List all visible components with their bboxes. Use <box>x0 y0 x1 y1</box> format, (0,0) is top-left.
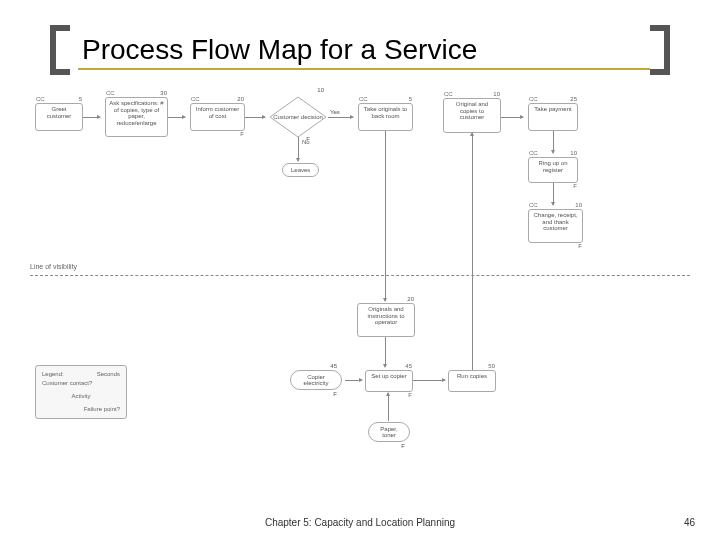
footer-chapter: Chapter 5: Capacity and Location Plannin… <box>0 517 720 528</box>
cc-label: CC <box>529 96 538 103</box>
node-text: Change, receipt, and thank customer <box>533 212 577 231</box>
node-greet-customer: CC 5 Greet customer <box>35 103 83 131</box>
arrow-icon <box>553 183 554 205</box>
bracket-right-icon <box>650 25 670 75</box>
node-ring-up-register: CC 10 Ring up on register F <box>528 157 578 183</box>
node-run-copies: 50 Run copies <box>448 370 496 392</box>
node-take-payment: CC 25 Take payment <box>528 103 578 131</box>
arrow-icon <box>413 380 445 381</box>
legend-seconds: Seconds <box>97 370 120 379</box>
seconds-label: 5 <box>79 96 82 103</box>
seconds-label: 10 <box>317 87 324 93</box>
node-text: Take originals to back room <box>364 106 407 119</box>
no-label: No <box>302 139 310 145</box>
node-change-receipt-thank: CC 10 Change, receipt, and thank custome… <box>528 209 583 243</box>
node-originals-to-operator: 20 Originals and instructions to operato… <box>357 303 415 337</box>
seconds-label: 45 <box>405 363 412 370</box>
bracket-left-icon <box>50 25 70 75</box>
node-text: Ring up on register <box>538 160 567 173</box>
legend-cc: Customer contact? <box>42 379 120 388</box>
line-of-visibility <box>30 275 690 276</box>
page-title: Process Flow Map for a Service <box>70 34 477 66</box>
leaves-terminator: Leaves <box>282 163 319 177</box>
arrow-icon <box>83 117 100 118</box>
node-text: Copier electricity <box>303 374 328 386</box>
failure-label: F <box>578 243 582 250</box>
seconds-label: 5 <box>409 96 412 103</box>
arrow-icon <box>345 380 362 381</box>
node-text: Take payment <box>534 106 571 112</box>
node-text: Inform customer of cost <box>196 106 239 119</box>
node-text: Originals and instructions to operator <box>367 306 404 325</box>
legend-activity: Activity <box>42 392 120 401</box>
seconds-label: 10 <box>493 91 500 98</box>
arrow-icon <box>245 117 265 118</box>
node-original-copies-to-customer: CC 10 Original and copies to customer <box>443 98 501 133</box>
failure-label: F <box>240 131 244 138</box>
node-text: Paper, toner <box>380 426 397 438</box>
node-copier-electricity: 45 Copier electricity F <box>290 370 342 390</box>
node-text: Run copies <box>457 373 487 379</box>
yes-label: Yes <box>330 109 340 115</box>
node-setup-copier: 45 Set up copier F <box>365 370 413 392</box>
arrow-icon <box>298 137 299 161</box>
arrow-icon <box>385 131 386 301</box>
page-number: 46 <box>684 517 695 528</box>
line-of-visibility-label: Line of visibility <box>30 263 77 270</box>
legend-title: Legend: <box>42 370 64 379</box>
failure-label: F <box>573 183 577 190</box>
cc-label: CC <box>106 90 115 97</box>
node-text: Customer decision <box>268 114 328 120</box>
seconds-label: 30 <box>160 90 167 97</box>
node-text: Greet customer <box>47 106 72 119</box>
arrow-icon <box>553 131 554 153</box>
node-text: Set up copier <box>371 373 406 379</box>
node-text: Leaves <box>291 167 310 173</box>
seconds-label: 20 <box>237 96 244 103</box>
arrow-icon <box>501 117 523 118</box>
seconds-label: 10 <box>570 150 577 157</box>
seconds-label: 10 <box>575 202 582 209</box>
seconds-label: 25 <box>570 96 577 103</box>
arrow-icon <box>328 117 353 118</box>
node-paper-toner: Paper, toner F <box>368 422 410 442</box>
arrow-icon <box>388 393 389 421</box>
legend-failure: Failure point? <box>42 405 120 414</box>
seconds-label: 20 <box>407 296 414 303</box>
node-text: Ask specifications: # of copies, type of… <box>109 100 163 126</box>
node-ask-specifications: CC 30 Ask specifications: # of copies, t… <box>105 97 168 137</box>
cc-label: CC <box>444 91 453 98</box>
node-text: Original and copies to customer <box>456 101 488 120</box>
arrow-icon <box>385 337 386 367</box>
node-inform-cost: CC 20 Inform customer of cost F <box>190 103 245 131</box>
diagram-canvas: CC 5 Greet customer CC 30 Ask specificat… <box>30 95 690 500</box>
failure-label: F <box>408 392 412 399</box>
arrow-icon <box>168 117 185 118</box>
failure-label: F <box>401 443 405 449</box>
seconds-label: 45 <box>330 363 337 369</box>
node-take-originals: CC 5 Take originals to back room <box>358 103 413 131</box>
decision-customer: 10 Customer decision F <box>268 95 328 139</box>
title-underline <box>78 68 650 70</box>
arrow-icon <box>472 133 473 381</box>
failure-label: F <box>333 391 337 397</box>
cc-label: CC <box>529 150 538 157</box>
cc-label: CC <box>529 202 538 209</box>
legend-box: Legend: Seconds Customer contact? Activi… <box>35 365 127 419</box>
cc-label: CC <box>191 96 200 103</box>
seconds-label: 50 <box>488 363 495 370</box>
cc-label: CC <box>359 96 368 103</box>
cc-label: CC <box>36 96 45 103</box>
